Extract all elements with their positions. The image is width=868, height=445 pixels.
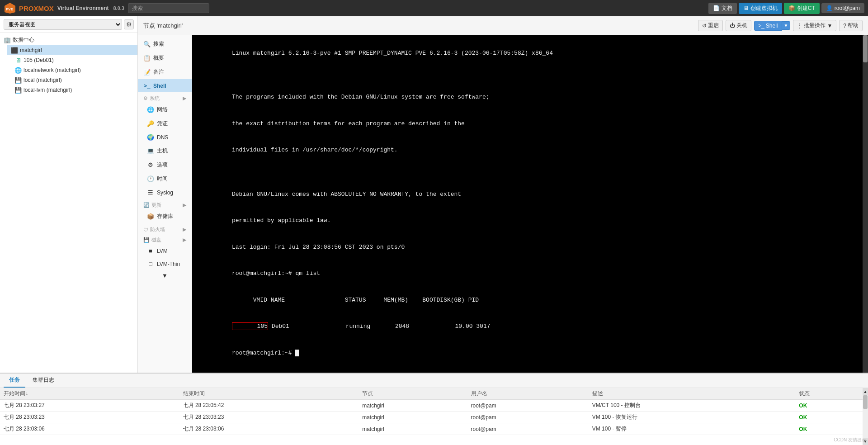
center-header: 节点 'matchgirl' ↺ 重启 ⏻ 关机 >_ Shell ▼ (138, 16, 868, 35)
terminal-prompt: root@matchgirl:~# (232, 350, 295, 356)
chevron-down-icon: ▼ (162, 272, 168, 279)
watermark: CCDN 友情提示 (834, 437, 866, 443)
terminal-wrapper: Linux matchgirl 6.2.16-3-pve #1 SMP PREE… (192, 35, 868, 373)
network-nav-icon: 🌐 (147, 106, 154, 113)
terminal-vmid-highlight: 105 (232, 322, 268, 330)
create-vm-button[interactable]: 🖥 创建虚拟机 (739, 3, 782, 14)
bottom-panel: 任务 集群日志 开始时间↓ 结束时间 节点 用户名 描述 状态 七月 28 23… (0, 373, 868, 445)
search-nav-icon: 🔍 (143, 41, 151, 47)
scrollbar-track (863, 35, 868, 373)
scroll-up-button[interactable]: ▲ (863, 388, 868, 395)
terminal-line7: Debian GNU/Linux comes with ABSOLUTELY N… (232, 191, 461, 198)
brand-text: PROXMOX (19, 5, 54, 12)
time-icon: 🕐 (147, 175, 154, 182)
vm-105-label: 105 (Deb01) (24, 57, 54, 63)
table-row[interactable]: 七月 28 23:03:06 七月 28 23:03:06 matchgirl … (0, 423, 863, 435)
proxmox-logo-icon: PVE (4, 2, 16, 14)
nav-item-syslog[interactable]: ☰ Syslog (138, 186, 192, 199)
cell-status: OK (795, 423, 863, 435)
datacenter-label: 数据中心 (13, 36, 34, 44)
col-user[interactable]: 用户名 (467, 388, 589, 400)
tree-item-datacenter[interactable]: 🏢 数据中心 (0, 35, 137, 45)
disk-icon: 💾 (143, 237, 150, 243)
terminal-line1: Linux matchgirl 6.2.16-3-pve #1 SMP PREE… (232, 50, 553, 57)
terminal-scrollbar[interactable] (863, 35, 868, 373)
nav-item-lvm[interactable]: ■ LVM (138, 244, 192, 257)
terminal[interactable]: Linux matchgirl 6.2.16-3-pve #1 SMP PREE… (192, 35, 863, 373)
cell-start: 七月 28 23:03:23 (0, 412, 179, 423)
table-row[interactable]: 七月 28 23:03:23 七月 28 23:03:23 matchgirl … (0, 412, 863, 423)
tree-item-matchgirl[interactable]: ⬛ matchgirl (7, 45, 137, 55)
nav-content: 🔍 搜索 📋 概要 📝 备注 >_ Shell ⚙ 系统 (138, 35, 868, 373)
restart-button[interactable]: ↺ 重启 (698, 20, 723, 31)
shell-button-group: >_ Shell ▼ (754, 21, 790, 31)
system-icon: ⚙ (143, 95, 148, 101)
col-desc[interactable]: 描述 (589, 388, 796, 400)
nav-item-network[interactable]: 🌐 网络 (138, 103, 192, 117)
nav-group-firewall[interactable]: 🛡 防火墙 ▶ (138, 223, 192, 234)
view-selector[interactable]: 服务器视图 (4, 19, 122, 30)
server-tree: 🏢 数据中心 ⬛ matchgirl 🖥 105 (Deb01) 🌐 local (0, 33, 137, 373)
nav-item-search[interactable]: 🔍 搜索 (138, 37, 192, 51)
search-input[interactable] (128, 3, 209, 13)
col-start-time[interactable]: 开始时间↓ (0, 388, 179, 400)
tree-item-localnetwork[interactable]: 🌐 localnetwork (matchgirl) (11, 65, 137, 75)
tree-item-local[interactable]: 💾 local (matchgirl) (11, 75, 137, 85)
nav-more-button[interactable]: ▼ (138, 270, 192, 281)
topbar: PVE PROXMOX Virtual Environment 8.0.3 📄 … (0, 0, 868, 16)
col-node[interactable]: 节点 (359, 388, 467, 400)
terminal-cursor (295, 350, 299, 356)
firewall-arrow-icon: ▶ (183, 227, 186, 232)
batch-icon: ⋮ (797, 23, 802, 29)
cell-status: OK (795, 412, 863, 423)
tab-cluster-log[interactable]: 集群日志 (27, 374, 60, 388)
shell-button[interactable]: >_ Shell (754, 21, 782, 31)
cell-user: root@pam (467, 400, 589, 412)
system-arrow-icon: ▶ (183, 95, 186, 101)
shell-nav-icon: >_ (143, 82, 151, 89)
scroll-thumb[interactable] (863, 395, 868, 409)
col-end-time[interactable]: 结束时间 (179, 388, 359, 400)
docs-button[interactable]: 📄 文档 (708, 3, 737, 14)
firewall-icon: 🛡 (143, 227, 148, 232)
nav-item-hosts[interactable]: 💻 主机 (138, 144, 192, 158)
version-text: 8.0.3 (113, 5, 124, 11)
table-row[interactable]: 七月 28 23:03:27 七月 28 23:05:42 matchgirl … (0, 400, 863, 412)
col-status[interactable]: 状态 (795, 388, 863, 400)
bottom-tabs: 任务 集群日志 (0, 374, 868, 388)
cell-user: root@pam (467, 412, 589, 423)
nav-item-options[interactable]: ⚙ 选项 (138, 158, 192, 172)
nav-item-notes[interactable]: 📝 备注 (138, 65, 192, 79)
sidebar-gear-button[interactable]: ⚙ (124, 19, 134, 29)
scrollbar-thumb[interactable] (863, 35, 868, 62)
user-button[interactable]: 👤 root@pam (821, 3, 864, 13)
help-icon: ? (843, 23, 846, 29)
shell-dropdown-arrow[interactable]: ▼ (782, 21, 791, 30)
nav-group-system[interactable]: ⚙ 系统 ▶ (138, 92, 192, 103)
nav-item-repo[interactable]: 📦 存储库 (138, 209, 192, 223)
help-button[interactable]: ? 帮助 (839, 20, 863, 31)
nav-item-shell[interactable]: >_ Shell (138, 79, 192, 92)
create-ct-icon: 📦 (788, 5, 795, 11)
shutdown-button[interactable]: ⏻ 关机 (726, 20, 751, 31)
tree-children-matchgirl: 🖥 105 (Deb01) 🌐 localnetwork (matchgirl)… (7, 55, 137, 95)
local-lvm-label: local-lvm (matchgirl) (24, 87, 72, 93)
tree-item-105[interactable]: 🖥 105 (Deb01) (11, 55, 137, 65)
cell-desc: VM 100 - 恢复运行 (589, 412, 796, 423)
nav-group-updates[interactable]: 🔄 更新 ▶ (138, 199, 192, 209)
create-ct-button[interactable]: 📦 创建CT (784, 3, 820, 14)
nav-sidebar: 🔍 搜索 📋 概要 📝 备注 >_ Shell ⚙ 系统 (138, 35, 192, 373)
nav-item-time[interactable]: 🕐 时间 (138, 172, 192, 186)
batch-button[interactable]: ⋮ 批量操作 ▼ (793, 20, 836, 31)
nav-item-credentials[interactable]: 🔑 凭证 (138, 117, 192, 131)
summary-icon: 📋 (143, 55, 151, 62)
nav-item-dns[interactable]: 🌍 DNS (138, 131, 192, 144)
tree-item-local-lvm[interactable]: 💾 local-lvm (matchgirl) (11, 85, 137, 95)
nav-group-disk[interactable]: 💾 磁盘 ▶ (138, 234, 192, 244)
tab-tasks[interactable]: 任务 (4, 374, 25, 388)
updates-arrow-icon: ▶ (183, 202, 186, 208)
cell-end: 七月 28 23:03:23 (179, 412, 359, 423)
nav-item-lvm-thin[interactable]: □ LVM-Thin (138, 257, 192, 270)
nav-item-summary[interactable]: 📋 概要 (138, 51, 192, 65)
shell-icon: >_ (758, 23, 764, 29)
